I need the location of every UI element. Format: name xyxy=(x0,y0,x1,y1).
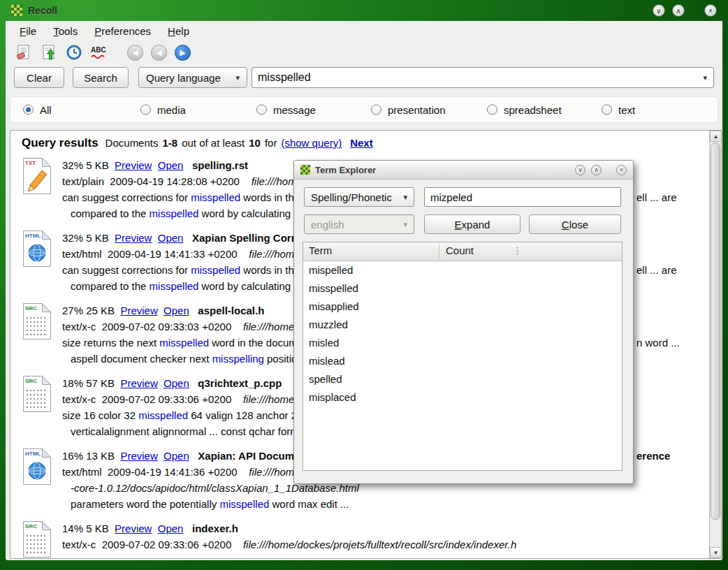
term-row[interactable]: mislead xyxy=(303,352,622,370)
src-icon: SRC xyxy=(22,375,52,413)
shade-button[interactable]: ∨ xyxy=(653,4,665,17)
radio-icon[interactable] xyxy=(487,105,497,115)
summary-range: 1-8 xyxy=(162,137,177,149)
menu-preferences[interactable]: Preferences xyxy=(87,23,158,39)
clear-button[interactable]: Clear xyxy=(14,67,64,88)
menu-help[interactable]: Help xyxy=(161,23,196,39)
result-link[interactable]: Preview xyxy=(120,377,157,389)
filter-text[interactable]: text xyxy=(602,104,635,116)
result-text: text/x-c 2009-07-02 09:33:06 +0200 xyxy=(62,393,243,405)
result-link[interactable]: Preview xyxy=(115,159,152,171)
result-text: 16% 13 KB xyxy=(62,450,120,462)
result-link[interactable]: Open xyxy=(158,232,184,244)
radio-icon[interactable] xyxy=(23,105,34,115)
first-page-button[interactable]: ◀ xyxy=(127,45,143,61)
filter-label: presentation xyxy=(388,104,446,116)
result-text: 14% 5 KB xyxy=(62,522,115,534)
filter-presentation[interactable]: presentation xyxy=(371,104,446,116)
dialog-shade-button[interactable]: ∨ xyxy=(575,165,585,175)
result-text: text/x-c 2009-07-02 09:33:03 +0200 xyxy=(62,321,243,332)
result-overflow-fragment: n word ... xyxy=(636,335,680,351)
window-titlebar[interactable]: Recoll ∨ ∧ × xyxy=(6,0,722,21)
term-row[interactable]: muzzled xyxy=(303,316,622,334)
scrollbar-thumb[interactable] xyxy=(711,142,720,520)
term-row[interactable]: misplaced xyxy=(303,388,622,407)
result-text xyxy=(183,232,192,244)
menu-file[interactable]: File xyxy=(13,23,43,39)
filter-label: message xyxy=(273,104,316,116)
summary-text: Documents xyxy=(105,137,159,149)
search-query-combobox[interactable]: ▾ xyxy=(252,67,714,88)
result-link[interactable]: Open xyxy=(163,377,189,389)
menu-tools[interactable]: Tools xyxy=(46,23,85,39)
scroll-down-button[interactable]: ▼ xyxy=(710,547,722,558)
column-count[interactable]: Count xyxy=(446,244,474,256)
radio-icon[interactable] xyxy=(371,105,381,115)
html-icon: HTML xyxy=(22,448,52,485)
next-page-link[interactable]: Next xyxy=(350,137,373,149)
term-input[interactable] xyxy=(424,187,621,207)
radio-icon[interactable] xyxy=(140,105,151,115)
result-link[interactable]: Open xyxy=(158,522,184,534)
filter-spreadsheet[interactable]: spreadsheet xyxy=(487,104,562,116)
term-list: mispelledmisspelledmisappliedmuzzledmisl… xyxy=(303,261,622,407)
result-filepath: file:///home/dockes/projets/fulltext/rec… xyxy=(243,539,516,550)
arrow-left-icon: ◀ xyxy=(156,48,161,57)
filter-label: spreadsheet xyxy=(504,104,562,116)
menu-bar: File Tools Preferences Help xyxy=(6,21,722,41)
result-link[interactable]: Preview xyxy=(115,522,152,534)
filter-bar: Allmediamessagepresentationspreadsheette… xyxy=(10,96,718,123)
filter-all[interactable]: All xyxy=(23,104,52,116)
result-link[interactable]: Open xyxy=(158,159,184,171)
result-link[interactable]: Preview xyxy=(120,305,157,316)
result-text: text/plain 2009-04-19 14:28:08 +0200 xyxy=(62,175,252,187)
dialog-titlebar[interactable]: Term Explorer ∨ ∧ × xyxy=(294,161,633,180)
result-link[interactable]: Open xyxy=(163,450,189,462)
result-line: text/x-c 2009-07-02 09:33:06 +0200 file:… xyxy=(62,536,516,553)
result-text xyxy=(158,305,163,316)
search-query-input[interactable] xyxy=(252,71,703,84)
term-match-type-dropdown[interactable]: Spelling/Phonetic ▾ xyxy=(304,187,414,207)
clear-search-icon[interactable] xyxy=(14,43,34,62)
column-term[interactable]: Term xyxy=(309,244,332,256)
next-page-button[interactable]: ▶ xyxy=(175,45,191,61)
result-link[interactable]: Preview xyxy=(115,232,152,244)
txt-icon: TXT xyxy=(22,157,52,195)
result-text xyxy=(152,232,157,244)
close-button[interactable]: × xyxy=(704,4,717,17)
results-scrollbar[interactable]: ▲ ▼ xyxy=(709,131,721,558)
history-icon[interactable] xyxy=(64,43,84,62)
column-handle-icon[interactable]: ⋮ xyxy=(513,245,522,256)
query-language-dropdown[interactable]: Query language ▾ xyxy=(138,67,247,88)
dialog-close-button[interactable]: × xyxy=(616,165,627,175)
result-link[interactable]: Open xyxy=(163,305,189,316)
term-row[interactable]: spelled xyxy=(303,370,622,388)
result-overflow-fragment: ell ... are xyxy=(636,262,677,278)
filter-message[interactable]: message xyxy=(256,104,316,116)
result-text: 18% 57 KB xyxy=(62,377,120,389)
start-search-icon[interactable] xyxy=(39,43,59,62)
previous-page-button[interactable]: ◀ xyxy=(151,45,167,61)
expand-button[interactable]: Expand xyxy=(424,214,520,234)
radio-icon[interactable] xyxy=(602,105,612,115)
spellcheck-icon[interactable]: ABC xyxy=(89,43,109,62)
result-text: can suggest corrections for xyxy=(62,191,191,203)
scroll-up-button[interactable]: ▲ xyxy=(710,131,722,142)
result-link[interactable]: Preview xyxy=(120,450,157,462)
term-row[interactable]: misspelled xyxy=(303,279,622,298)
show-query-link[interactable]: (show query) xyxy=(281,137,342,149)
toolbar: ABC ◀ ◀ ▶ xyxy=(6,41,722,64)
result-text: can suggest corrections for xyxy=(62,264,191,276)
radio-icon[interactable] xyxy=(256,105,267,115)
term-row[interactable]: misapplied xyxy=(303,298,622,316)
search-button[interactable]: Search xyxy=(73,67,129,88)
match-term: misspelling xyxy=(212,353,264,365)
maximize-button[interactable]: ∧ xyxy=(672,4,685,17)
filter-media[interactable]: media xyxy=(140,104,186,116)
dialog-maximize-button[interactable]: ∧ xyxy=(591,165,602,175)
chevron-down-icon[interactable]: ▾ xyxy=(703,73,713,82)
term-row[interactable]: mispelled xyxy=(303,261,622,279)
term-row[interactable]: misled xyxy=(303,334,622,352)
term-table-header[interactable]: Term Count ⋮ xyxy=(303,242,622,261)
close-dialog-button[interactable]: Close xyxy=(529,214,621,234)
